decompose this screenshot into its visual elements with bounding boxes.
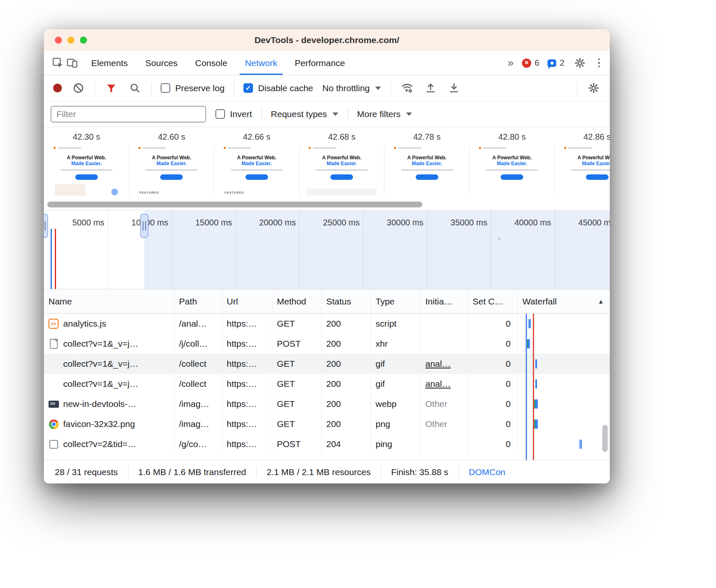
more-tabs-icon[interactable]: »: [508, 56, 514, 69]
filter-input[interactable]: [51, 106, 206, 123]
filmstrip-thumbnail[interactable]: A Powerful Web.Made Easier.FEATURED: [137, 146, 206, 195]
export-har-icon[interactable]: [447, 80, 461, 96]
settings-gear-icon[interactable]: [573, 55, 587, 71]
name-cell: new-in-devtools-…: [44, 394, 174, 414]
body-text-bar: [571, 169, 610, 171]
inspect-element-icon[interactable]: [51, 55, 65, 71]
cell-waterfall: [518, 374, 610, 394]
error-badge[interactable]: 6: [522, 58, 539, 68]
import-har-icon[interactable]: [423, 80, 437, 96]
disable-cache-control[interactable]: Disable cache: [243, 83, 313, 93]
request-type: gif: [376, 379, 385, 389]
filmstrip-frame[interactable]: 42.80 sA Powerful Web.Made Easier.: [470, 127, 555, 199]
cell-status: 200: [322, 374, 371, 394]
preserve-log-control[interactable]: Preserve log: [161, 83, 225, 93]
waterfall-bar: [535, 399, 538, 409]
cta-button: [416, 174, 438, 180]
column-header-waterfall[interactable]: Waterfall▲: [518, 289, 610, 313]
column-header-setc[interactable]: Set C…: [468, 289, 518, 313]
filmstrip-frame[interactable]: 42.60 sA Powerful Web.Made Easier.FEATUR…: [129, 127, 215, 199]
minimize-window-button[interactable]: [67, 37, 74, 44]
table-row[interactable]: collect?v=2&tid=…/g/co…https:…POST204pin…: [44, 434, 610, 454]
invert-checkbox[interactable]: [215, 109, 225, 119]
invert-control[interactable]: Invert: [215, 109, 252, 119]
initiator-link[interactable]: anal…: [425, 359, 451, 369]
filmstrip-thumbnail[interactable]: A Powerful Web.Made Easier.: [392, 146, 462, 195]
issues-badge[interactable]: 2: [547, 58, 564, 68]
thumbnail-subheading: Made Easier.: [307, 161, 376, 166]
request-status: 200: [326, 339, 341, 349]
table-row[interactable]: new-in-devtools-…/imag…https:…GET200webp…: [44, 394, 610, 414]
tab-elements[interactable]: Elements: [82, 51, 137, 75]
overview-right-handle[interactable]: [140, 214, 148, 238]
table-row[interactable]: collect?v=1&_v=j…/collecthttps:…GET200gi…: [44, 354, 610, 374]
network-conditions-icon[interactable]: [400, 80, 414, 96]
cell-set-cookies: 0: [468, 394, 518, 414]
overview-tick-label: 45000 ms: [578, 218, 610, 228]
record-button[interactable]: [53, 84, 62, 92]
table-row[interactable]: favicon-32x32.png/imag…https:…GET200pngO…: [44, 414, 610, 434]
waterfall-bar: [535, 419, 538, 429]
kebab-menu-icon[interactable]: [596, 57, 603, 69]
request-path: /collect: [179, 379, 206, 389]
more-filters-select[interactable]: More filters: [357, 109, 412, 119]
column-header-status[interactable]: Status: [322, 289, 371, 313]
horizontal-scrollbar-thumb[interactable]: [47, 202, 422, 207]
dom-content-loaded-status: DOMCon: [469, 467, 506, 477]
column-header-name[interactable]: Name: [44, 289, 174, 313]
request-icon-slot: [48, 359, 59, 369]
filmstrip-thumbnail[interactable]: A Powerful Web.Made Easier.FEATURED: [222, 146, 292, 195]
column-header-type[interactable]: Type: [371, 289, 421, 313]
column-header-path[interactable]: Path: [174, 289, 222, 313]
cta-button: [330, 174, 353, 180]
request-icon-slot: <>: [48, 319, 59, 329]
search-icon[interactable]: [128, 80, 142, 96]
close-window-button[interactable]: [55, 37, 62, 44]
overview-left-handle[interactable]: [44, 214, 48, 238]
overview-gridline: [108, 210, 108, 289]
filmstrip-thumbnail[interactable]: A Powerful Web.Made Easier.: [52, 146, 121, 195]
column-header-initia[interactable]: Initia…: [421, 289, 468, 313]
tab-sources[interactable]: Sources: [137, 51, 187, 75]
clear-button[interactable]: [71, 80, 85, 96]
vertical-scrollbar-thumb[interactable]: [602, 425, 608, 452]
tab-performance[interactable]: Performance: [286, 51, 354, 75]
filmstrip-thumbnail[interactable]: A Powerful Web.Made Easier.: [563, 146, 610, 195]
filmstrip-frame[interactable]: 42.68 sA Powerful Web.Made Easier.: [299, 127, 385, 199]
thumbnail-heading: A Powerful Web.: [137, 155, 206, 161]
table-row[interactable]: collect?v=1&_v=j…/collecthttps:…GET200gi…: [44, 374, 610, 394]
disable-cache-checkbox[interactable]: [243, 83, 253, 93]
table-row[interactable]: <>analytics.js/anal…https:…GET200script0: [44, 314, 610, 334]
request-type: gif: [376, 359, 385, 369]
blue-circle-graphic: [111, 189, 118, 195]
filmstrip-frame[interactable]: 42.86 sA Powerful Web.Made Easier.: [555, 127, 610, 199]
request-path: /anal…: [179, 319, 207, 329]
chevron-down-icon: [375, 87, 381, 90]
divider: [128, 466, 128, 478]
load-event-line: [55, 229, 56, 289]
tab-console[interactable]: Console: [187, 51, 236, 75]
filmstrip-frame[interactable]: 42.78 sA Powerful Web.Made Easier.: [384, 127, 470, 199]
timeline-overview[interactable]: 5000 ms10000 ms15000 ms20000 ms25000 ms3…: [44, 210, 610, 289]
filmstrip-thumbnail[interactable]: A Powerful Web.Made Easier.: [477, 146, 547, 195]
devtools-window: DevTools - developer.chrome.com/ Element…: [44, 29, 610, 483]
thumbnail-header: [563, 146, 610, 150]
column-header-method[interactable]: Method: [272, 289, 322, 313]
filter-icon[interactable]: [104, 80, 118, 96]
device-toolbar-icon[interactable]: [65, 55, 79, 71]
filmstrip-frame[interactable]: 42.30 sA Powerful Web.Made Easier.: [44, 127, 129, 199]
tab-network[interactable]: Network: [236, 51, 286, 75]
initiator-link[interactable]: anal…: [425, 379, 451, 389]
column-header-url[interactable]: Url: [222, 289, 272, 313]
table-row[interactable]: collect?v=1&_v=j…/j/coll…https:…POST200x…: [44, 334, 610, 354]
network-settings-gear-icon[interactable]: [586, 80, 601, 96]
throttling-select[interactable]: No throttling: [322, 83, 381, 93]
cta-button: [586, 174, 609, 180]
zoom-window-button[interactable]: [80, 37, 87, 44]
request-path: /imag…: [179, 419, 209, 429]
request-types-select[interactable]: Request types: [271, 109, 338, 119]
filmstrip-frame[interactable]: 42.66 sA Powerful Web.Made Easier.FEATUR…: [214, 127, 299, 199]
filmstrip-thumbnail[interactable]: A Powerful Web.Made Easier.: [307, 146, 376, 195]
issues-icon: [547, 59, 556, 67]
preserve-log-checkbox[interactable]: [161, 83, 170, 93]
